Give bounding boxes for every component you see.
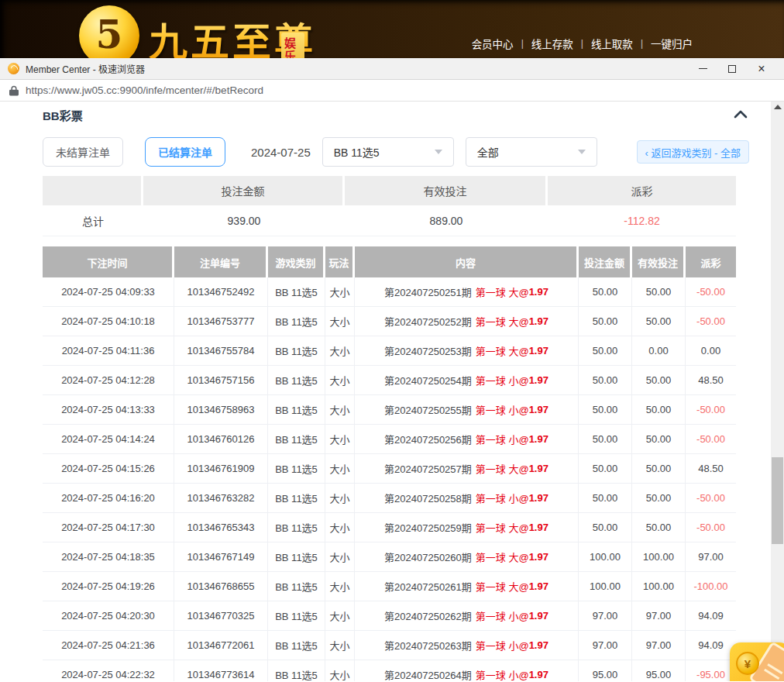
odds-text: 1.97 — [529, 580, 548, 592]
summary-header-row: 投注金额 有效投注 派彩 — [43, 176, 736, 205]
summary-header-payout: 派彩 — [548, 176, 736, 205]
cell-payout: -50.00 — [686, 425, 736, 453]
cell-order-id: 101346761909 — [174, 454, 268, 483]
cell-payout: 0.00 — [686, 336, 736, 365]
cell-game-type: BB 11选5 — [268, 307, 325, 336]
cell-content: 第202407250262期 第一球 小@1.97 — [355, 601, 579, 630]
cell-payout: -95.00 — [686, 660, 736, 681]
minimize-button[interactable] — [688, 60, 717, 78]
cell-order-id: 101346773614 — [174, 660, 268, 681]
cell-payout: -50.00 — [686, 277, 736, 306]
cell-content: 第202407250251期 第一球 大@1.97 — [355, 277, 579, 306]
cell-payout: -50.00 — [686, 513, 736, 542]
date-filter[interactable]: 2024-07-25 — [251, 146, 311, 159]
cell-bet-time: 2024-07-25 04:09:33 — [43, 277, 174, 306]
cell-valid-bet: 97.00 — [632, 631, 686, 660]
summary-total-row: 总计 939.00 889.00 -112.82 — [43, 205, 736, 236]
scrollbar-thumb[interactable] — [772, 457, 783, 544]
pick-text: 第一球 大@ — [476, 549, 529, 564]
cell-content: 第202407250257期 第一球 大@1.97 — [355, 454, 579, 483]
cell-payout: 48.50 — [686, 366, 736, 394]
vertical-scrollbar[interactable] — [771, 102, 784, 681]
odds-text: 1.97 — [529, 463, 548, 474]
type-select-value: 全部 — [477, 144, 499, 160]
cell-order-id: 101346770325 — [174, 601, 268, 630]
period-text: 第202407250262期 — [384, 608, 472, 623]
cell-content: 第202407250256期 第一球 小@1.97 — [355, 425, 579, 453]
odds-text: 1.97 — [529, 639, 548, 651]
settled-bets-button[interactable]: 已结算注单 — [145, 137, 225, 167]
window-titlebar: Member Center - 极速浏览器 × — [0, 58, 784, 80]
period-text: 第202407250264期 — [384, 667, 472, 681]
window-title: Member Center - 极速浏览器 — [26, 62, 145, 75]
table-row: 2024-07-25 04:12:28 101346757156 BB 11选5… — [43, 366, 736, 395]
table-header-row: 下注时间 注单编号 游戏类别 玩法 内容 投注金额 有效投注 派彩 — [43, 246, 736, 277]
collapse-panel-button[interactable] — [732, 106, 749, 123]
cell-valid-bet: 50.00 — [632, 277, 686, 306]
cell-bet-time: 2024-07-25 04:19:26 — [43, 572, 174, 601]
coin-icon: ¥ — [736, 652, 759, 675]
close-button[interactable]: × — [747, 60, 776, 78]
cell-bet-amount: 50.00 — [579, 513, 632, 542]
cell-game-type: BB 11选5 — [268, 601, 325, 630]
pick-text: 第一球 小@ — [476, 608, 529, 623]
cell-bet-amount: 50.00 — [579, 454, 632, 483]
period-text: 第202407250261期 — [384, 579, 472, 594]
cell-payout: 48.50 — [686, 454, 736, 483]
cell-valid-bet: 50.00 — [632, 307, 686, 336]
period-text: 第202407250263期 — [384, 638, 472, 653]
cell-valid-bet: 50.00 — [632, 425, 686, 453]
cell-bet-amount: 97.00 — [579, 631, 632, 660]
cell-bet-amount: 95.00 — [579, 660, 632, 681]
browser-favicon-icon — [8, 63, 19, 74]
cell-valid-bet: 97.00 — [632, 601, 686, 630]
table-row: 2024-07-25 04:13:33 101346758963 BB 11选5… — [43, 395, 736, 425]
odds-text: 1.97 — [529, 315, 548, 327]
cell-bet-amount: 100.00 — [579, 542, 632, 571]
type-select[interactable]: 全部 — [466, 137, 597, 167]
cell-content: 第202407250261期 第一球 大@1.97 — [355, 572, 579, 601]
cell-payout: -100.00 — [686, 572, 736, 601]
cell-bet-amount: 50.00 — [579, 277, 632, 306]
promo-float-button[interactable]: ¥ — [730, 642, 784, 681]
cell-play-type: 大小 — [325, 542, 355, 571]
scroll-up-icon[interactable] — [774, 105, 782, 109]
odds-text: 1.97 — [529, 433, 548, 445]
odds-text: 1.97 — [529, 610, 548, 622]
cell-valid-bet: 0.00 — [632, 336, 686, 365]
address-bar[interactable]: https://www.jw05.cc:9900/infe/mcenter/#/… — [0, 80, 784, 102]
odds-text: 1.97 — [529, 286, 548, 298]
cell-bet-time: 2024-07-25 04:15:26 — [43, 454, 174, 483]
summary-payout: -112.82 — [548, 205, 736, 236]
cell-content: 第202407250259期 第一球 大@1.97 — [355, 513, 579, 542]
bet-record-panel: BB彩票 未结算注单 已结算注单 2024-07-25 BB 11选5 全部 ‹… — [0, 102, 784, 681]
period-text: 第202407250255期 — [384, 402, 472, 417]
table-row: 2024-07-25 04:19:26 101346768655 BB 11选5… — [43, 572, 736, 601]
cell-order-id: 101346768655 — [174, 572, 268, 601]
nav-separator: | — [521, 38, 524, 49]
cell-order-id: 101346763282 — [174, 484, 268, 512]
cell-payout: -50.00 — [686, 307, 736, 336]
page-content: BB彩票 未结算注单 已结算注单 2024-07-25 BB 11选5 全部 ‹… — [0, 102, 784, 681]
nav-member-center[interactable]: 会员中心 — [472, 36, 514, 51]
nav-online-withdraw[interactable]: 线上取款 — [591, 36, 633, 51]
odds-text: 1.97 — [529, 404, 548, 415]
pick-text: 第一球 大@ — [476, 579, 529, 594]
nav-one-key-transfer[interactable]: 一键归户 — [651, 36, 693, 51]
cell-bet-time: 2024-07-25 04:17:30 — [43, 513, 174, 542]
cell-bet-amount: 97.00 — [579, 601, 632, 630]
pick-text: 第一球 小@ — [476, 432, 529, 446]
cell-play-type: 大小 — [325, 336, 355, 365]
nav-online-deposit[interactable]: 线上存款 — [531, 36, 573, 51]
cell-valid-bet: 95.00 — [632, 660, 686, 681]
cell-bet-time: 2024-07-25 04:13:33 — [43, 395, 174, 424]
summary-bet-amount: 939.00 — [143, 205, 345, 236]
maximize-button[interactable] — [717, 60, 747, 78]
unsettled-bets-button[interactable]: 未结算注单 — [43, 137, 123, 167]
cell-bet-time: 2024-07-25 04:22:32 — [43, 660, 174, 681]
table-row: 2024-07-25 04:17:30 101346765343 BB 11选5… — [43, 513, 736, 542]
game-select[interactable]: BB 11选5 — [322, 137, 454, 167]
back-to-game-category-button[interactable]: ‹ 返回游戏类别 - 全部 — [637, 140, 750, 164]
cell-content: 第202407250263期 第一球 小@1.97 — [355, 631, 579, 660]
period-text: 第202407250252期 — [384, 314, 472, 329]
